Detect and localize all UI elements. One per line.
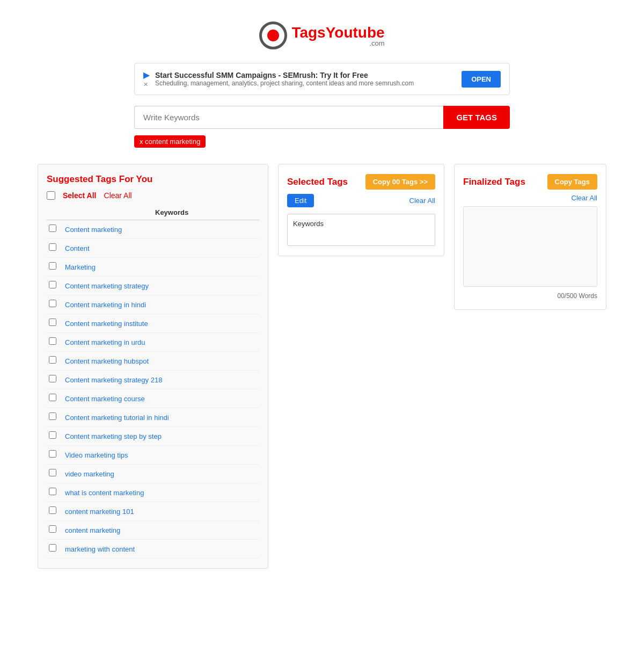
- table-row: Content marketing course: [47, 389, 259, 408]
- kw-label-7[interactable]: Content marketing hubspot: [65, 357, 149, 365]
- table-row: Content marketing step by step: [47, 427, 259, 446]
- kw-label-12[interactable]: Video marketing tips: [65, 451, 128, 459]
- copy-tags-button[interactable]: Copy 00 Tags >>: [365, 174, 435, 190]
- kw-label-8[interactable]: Content marketing strategy 218: [65, 376, 162, 384]
- ad-icon: ▶ ✕: [143, 70, 150, 88]
- kw-label-14[interactable]: what is content marketing: [65, 489, 144, 497]
- kw-label-6[interactable]: Content marketing in urdu: [65, 338, 145, 346]
- selected-header: Selected Tags Copy 00 Tags >>: [287, 174, 435, 190]
- active-tag-pill: x content marketing: [134, 135, 206, 148]
- finalized-copy-button[interactable]: Copy Tags: [547, 174, 598, 190]
- finalized-textarea[interactable]: [463, 206, 597, 287]
- select-all-checkbox[interactable]: [47, 191, 55, 200]
- kw-label-1[interactable]: Content: [65, 244, 90, 252]
- ad-subtitle: Scheduling, management, analytics, proje…: [155, 79, 456, 87]
- selected-tags-panel: Selected Tags Copy 00 Tags >> Edit Clear…: [278, 164, 444, 256]
- kw-label-2[interactable]: Marketing: [65, 263, 96, 271]
- ad-content: Start Successful SMM Campaigns - SEMrush…: [155, 71, 456, 87]
- table-row: content marketing: [47, 521, 259, 540]
- word-count: 00/500 Words: [463, 292, 597, 300]
- kw-checkbox-12[interactable]: [49, 450, 56, 458]
- ad-open-button[interactable]: OPEN: [462, 71, 501, 88]
- kw-checkbox-10[interactable]: [49, 412, 56, 420]
- table-row: Content marketing institute: [47, 314, 259, 333]
- kw-checkbox-6[interactable]: [49, 337, 56, 345]
- edit-button[interactable]: Edit: [287, 194, 314, 207]
- table-row: Content marketing strategy 218: [47, 371, 259, 389]
- ad-banner: ▶ ✕ Start Successful SMM Campaigns - SEM…: [134, 63, 510, 95]
- edit-clear-row: Edit Clear All: [287, 194, 435, 207]
- ad-title: Start Successful SMM Campaigns - SEMrush…: [155, 71, 456, 79]
- tag-pill-area: x content marketing: [134, 135, 510, 148]
- kw-label-15[interactable]: content marketing 101: [65, 508, 134, 516]
- logo-icon: [259, 21, 287, 49]
- kw-label-10[interactable]: Content marketing tutorial in hindi: [65, 414, 169, 422]
- table-row: marketing with content: [47, 540, 259, 559]
- table-row: Content marketing: [47, 220, 259, 239]
- kw-checkbox-8[interactable]: [49, 375, 56, 382]
- kw-checkbox-5[interactable]: [49, 318, 56, 326]
- finalized-tags-panel: Finalized Tags Copy Tags Clear All 00/50…: [454, 164, 606, 310]
- table-row: video marketing: [47, 465, 259, 483]
- keywords-table: Keywords Content marketing Content Marke…: [47, 205, 259, 559]
- table-row: Content marketing in urdu: [47, 333, 259, 352]
- logo-text: TagsYoutube.com: [291, 24, 384, 47]
- kw-label-4[interactable]: Content marketing in hindi: [65, 301, 146, 309]
- suggested-tags-panel: Suggested Tags For You Select All Clear …: [38, 164, 268, 569]
- finalized-tags-title: Finalized Tags: [463, 177, 525, 187]
- table-row: content marketing 101: [47, 502, 259, 521]
- finalized-clear-row: Clear All: [463, 194, 597, 202]
- kw-label-5[interactable]: Content marketing institute: [65, 320, 148, 328]
- selected-tags-title: Selected Tags: [287, 177, 348, 187]
- kw-label-3[interactable]: Content marketing strategy: [65, 282, 149, 290]
- kw-label-11[interactable]: Content marketing step by step: [65, 432, 162, 440]
- kw-checkbox-4[interactable]: [49, 300, 56, 307]
- selected-keywords-box: Keywords: [287, 214, 435, 246]
- selected-clear-all[interactable]: Clear All: [409, 197, 435, 205]
- table-row: Content marketing strategy: [47, 277, 259, 295]
- table-row: Video marketing tips: [47, 446, 259, 465]
- kw-checkbox-7[interactable]: [49, 356, 56, 364]
- search-input[interactable]: [134, 106, 443, 129]
- kw-checkbox-11[interactable]: [49, 431, 56, 439]
- kw-checkbox-1[interactable]: [49, 243, 56, 251]
- logo-area: TagsYoutube.com: [38, 11, 606, 57]
- kw-label-0[interactable]: Content marketing: [65, 226, 122, 234]
- kw-label-9[interactable]: Content marketing course: [65, 395, 145, 403]
- kw-checkbox-3[interactable]: [49, 281, 56, 288]
- kw-checkbox-17[interactable]: [49, 544, 56, 552]
- ad-arrow-icon: ▶: [143, 70, 150, 80]
- kw-label-16[interactable]: content marketing: [65, 526, 120, 534]
- kw-checkbox-14[interactable]: [49, 488, 56, 495]
- ad-close-icon[interactable]: ✕: [143, 81, 150, 88]
- table-row: Content marketing hubspot: [47, 352, 259, 371]
- kw-checkbox-16[interactable]: [49, 525, 56, 533]
- table-row: Content marketing in hindi: [47, 295, 259, 314]
- table-row: Marketing: [47, 258, 259, 277]
- kw-label-17[interactable]: marketing with content: [65, 545, 135, 553]
- col-keywords-header: Keywords: [153, 205, 259, 220]
- kw-label-13[interactable]: video marketing: [65, 470, 114, 478]
- kw-checkbox-2[interactable]: [49, 262, 56, 270]
- suggested-tags-title: Suggested Tags For You: [47, 174, 259, 185]
- kw-checkbox-13[interactable]: [49, 469, 56, 476]
- finalized-clear-all[interactable]: Clear All: [572, 194, 597, 202]
- select-clear-row: Select All Clear All: [47, 191, 259, 200]
- clear-all-link[interactable]: Clear All: [104, 191, 132, 200]
- get-tags-button[interactable]: GET TAGS: [443, 106, 510, 129]
- select-all-link[interactable]: Select All: [63, 191, 97, 200]
- table-row: Content marketing tutorial in hindi: [47, 408, 259, 427]
- kw-checkbox-9[interactable]: [49, 394, 56, 401]
- main-columns: Suggested Tags For You Select All Clear …: [38, 164, 606, 569]
- kw-checkbox-0[interactable]: [49, 225, 56, 232]
- keywords-label: Keywords: [293, 220, 324, 228]
- search-area: GET TAGS: [134, 106, 510, 129]
- finalized-header: Finalized Tags Copy Tags: [463, 174, 597, 190]
- logo-container: TagsYoutube.com: [259, 21, 384, 49]
- table-row: what is content marketing: [47, 483, 259, 502]
- kw-checkbox-15[interactable]: [49, 506, 56, 514]
- table-row: Content: [47, 239, 259, 258]
